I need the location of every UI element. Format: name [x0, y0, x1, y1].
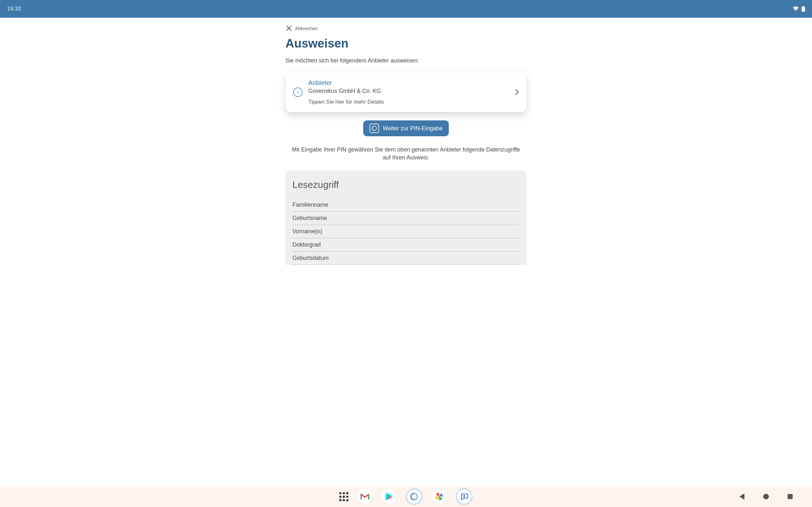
- battery-icon: [802, 6, 805, 12]
- status-bar: 15:32: [0, 0, 812, 18]
- provider-hint: Tippen Sie hier für mehr Details: [308, 99, 509, 105]
- cancel-label: Abbrechen: [295, 26, 318, 31]
- wifi-icon: [793, 6, 799, 11]
- list-item: Familienname: [293, 199, 519, 212]
- list-item: Geburtsdatum: [293, 251, 519, 265]
- svg-rect-6: [368, 494, 369, 499]
- android-nav-buttons: [739, 494, 793, 499]
- provider-card[interactable]: i Anbieter Governikus GmbH & Co. KG Tipp…: [286, 72, 526, 112]
- app-dock: [339, 488, 473, 505]
- ausweis-app-icon: [369, 124, 379, 133]
- svg-point-7: [463, 495, 465, 497]
- nav-back-button[interactable]: [739, 494, 745, 499]
- nav-recents-button[interactable]: [787, 494, 793, 499]
- svg-rect-2: [802, 7, 805, 12]
- ausweis-app-icon[interactable]: [406, 488, 423, 505]
- svg-rect-1: [803, 6, 804, 7]
- provider-name: Governikus GmbH & Co. KG: [308, 88, 509, 95]
- provider-label: Anbieter: [308, 79, 509, 87]
- continue-pin-button[interactable]: Weiter zur PIN-Eingabe: [363, 120, 449, 136]
- svg-point-0: [796, 10, 797, 11]
- messages-app-icon[interactable]: [456, 488, 473, 505]
- svg-rect-5: [361, 494, 362, 499]
- main-content: Abbrechen Ausweisen Sie möchten sich bei…: [0, 18, 812, 265]
- nav-home-button[interactable]: [763, 494, 769, 499]
- cta-label: Weiter zur PIN-Eingabe: [383, 125, 443, 132]
- page-title: Ausweisen: [286, 37, 526, 50]
- status-icons: [793, 6, 805, 12]
- read-access-panel: Lesezugriff Familienname Geburtsname Vor…: [286, 170, 526, 265]
- info-icon: i: [293, 88, 303, 97]
- system-navigation-bar: [0, 486, 812, 507]
- page-subtitle: Sie möchten sich bei folgendem Anbieter …: [286, 57, 526, 64]
- info-text: Mit Eingabe Ihrer PIN gewähren Sie dem o…: [291, 146, 521, 162]
- photos-app-icon[interactable]: [432, 489, 447, 504]
- list-item: Geburtsname: [293, 212, 519, 225]
- list-item: Vorname(n): [293, 225, 519, 238]
- read-access-heading: Lesezugriff: [293, 179, 519, 190]
- cancel-button[interactable]: Abbrechen: [286, 25, 526, 31]
- list-item: Doktorgrad: [293, 238, 519, 251]
- status-time: 15:32: [7, 6, 21, 12]
- read-access-list: Familienname Geburtsname Vorname(n) Dokt…: [293, 199, 519, 265]
- close-icon: [286, 25, 292, 31]
- app-drawer-icon[interactable]: [339, 492, 349, 501]
- play-store-app-icon[interactable]: [382, 489, 397, 504]
- chevron-right-icon: [515, 89, 519, 95]
- gmail-app-icon[interactable]: [357, 489, 373, 504]
